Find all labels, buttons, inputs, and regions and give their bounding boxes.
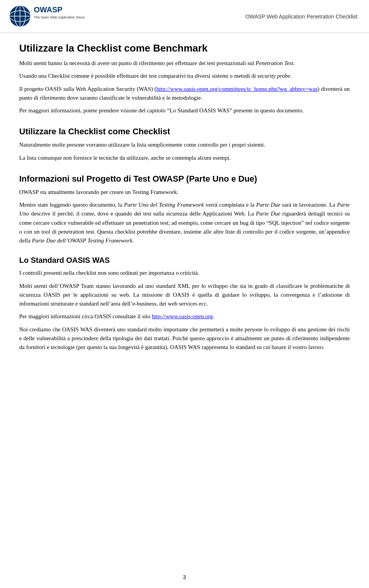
page-number: 3 (183, 574, 186, 580)
oasis-para-3: Per maggiori informazioni circa OASIS co… (19, 312, 350, 321)
benchmark-para-2: Usando una Checklist comune è possibile … (19, 72, 350, 80)
section-checklist-heading: Utilizzare la Checklist come Checklist (19, 127, 350, 137)
checklist-para-1: Naturalmente molte persone vorranno util… (19, 140, 350, 149)
checklist-para-2: La lista comunque non fornisce le tecnic… (19, 154, 350, 162)
oasis-link-1[interactable]: http://www.oasis-open.org/committees/tc_… (156, 86, 317, 92)
owasp-logo: OWASP The Open Web Application Security … (8, 4, 85, 29)
benchmark-para-4: Per maggiori informazioni, potete prende… (19, 106, 350, 115)
section-benchmark-heading: Utilizzare la Checklist come Benchmark (19, 42, 350, 54)
logo-area: OWASP The Open Web Application Security … (8, 4, 85, 29)
section-informazioni-heading: Informazioni sul Progetto di Test OWASP … (19, 174, 350, 184)
oasis-para-2: Molti utenti dell’OWASP Team stanno lavo… (19, 282, 350, 309)
header: OWASP The Open Web Application Security … (0, 0, 369, 33)
page-footer: 3 (0, 574, 369, 580)
oasis-para-4: Noi crediamo che OASIS WAS diventerà uno… (19, 325, 350, 352)
informazioni-para-1: OWASP sta attualmente lavorando per crea… (19, 188, 350, 197)
header-title: OWASP Web Application Penetration Checkl… (245, 13, 357, 20)
informazioni-para-2: Mentre state leggendo questo documento, … (19, 200, 350, 245)
section-oasis-heading: Lo Standard OASIS WAS (19, 256, 350, 265)
oasis-para-1: I controlli presenti nella checklist non… (19, 269, 350, 277)
svg-text:OWASP: OWASP (34, 5, 62, 14)
benchmark-para-1: Molti utenti hanno la necessità di avere… (19, 59, 350, 68)
main-content: Utilizzare la Checklist come Benchmark M… (0, 33, 369, 371)
page: OWASP The Open Web Application Security … (0, 0, 369, 588)
benchmark-para-3: Il progetto OASIS sulla Web Application … (19, 85, 350, 103)
oasis-link-2[interactable]: http://www.oasis-open.org (152, 313, 213, 319)
svg-text:The Open Web Application Secur: The Open Web Application Security Projec… (34, 15, 85, 19)
